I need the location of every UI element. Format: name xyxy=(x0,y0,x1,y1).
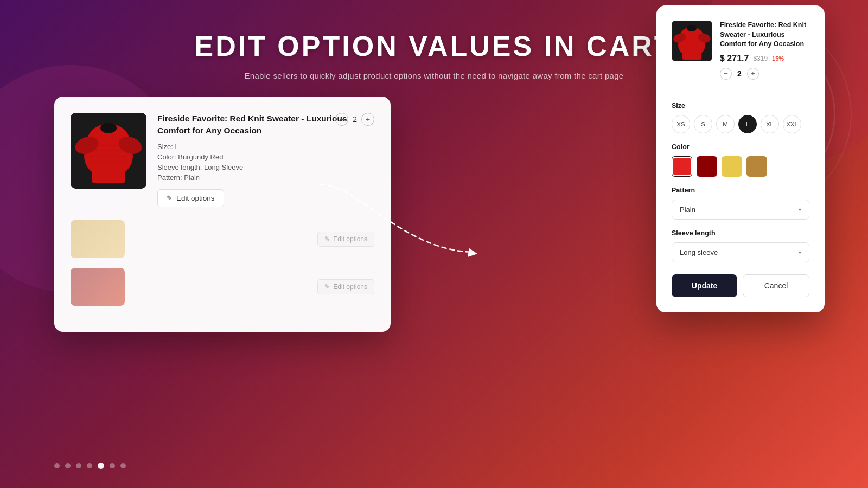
modal-qty-decrease-button[interactable]: − xyxy=(720,68,732,80)
pencil-icon: ✎ xyxy=(167,194,173,202)
pattern-chevron-icon: ▾ xyxy=(799,207,801,213)
edit-options-button[interactable]: ✎ Edit options xyxy=(157,189,224,207)
minus-icon: − xyxy=(340,115,344,124)
modal-sleeve-value: Long sleeve xyxy=(680,248,718,256)
item-option-size: Size: L xyxy=(157,143,374,151)
modal-sleeve-section: Sleeve length Long sleeve ▾ xyxy=(672,229,809,262)
modal-pattern-section: Pattern Plain ▾ xyxy=(672,187,809,220)
size-xs[interactable]: XS xyxy=(672,115,690,133)
item-options-list: Size: L Color: Burgundy Red Sleeve lengt… xyxy=(157,143,374,182)
modal-product-info: Fireside Favorite: Red Knit Sweater - Lu… xyxy=(720,21,809,80)
pagination xyxy=(54,463,126,469)
dot-6[interactable] xyxy=(110,463,115,468)
cart-item-details: Fireside Favorite: Red Knit Sweater - Lu… xyxy=(157,113,374,207)
size-s[interactable]: S xyxy=(694,115,712,133)
modal-price-discount: 15% xyxy=(772,55,784,62)
cart-item-ghost-1: ✎ Edit options xyxy=(71,220,374,258)
modal-color-section: Color xyxy=(672,143,809,177)
modal-qty-increase-button[interactable]: + xyxy=(747,68,759,80)
size-options: XS S M L XL XXL xyxy=(672,115,809,133)
svg-rect-5 xyxy=(92,167,125,183)
qty-decrease-button[interactable]: − xyxy=(335,113,348,126)
cart-item: Fireside Favorite: Red Knit Sweater - Lu… xyxy=(71,113,374,207)
svg-point-18 xyxy=(687,25,697,31)
cart-item-image xyxy=(71,113,146,189)
color-options xyxy=(672,156,809,177)
modal-price-original: $319 xyxy=(753,55,768,62)
cart-item-ghost-2: ✎ Edit options xyxy=(71,268,374,306)
modal-price-row: $ 271.7 $319 15% xyxy=(720,54,809,63)
cart-panel: − 2 + xyxy=(54,97,391,332)
size-l[interactable]: L xyxy=(738,115,757,133)
ghost-item-image-1 xyxy=(71,220,125,258)
cart-qty-controls: − 2 + xyxy=(335,113,374,126)
modal-qty-row: − 2 + xyxy=(720,68,809,80)
modal-sleeve-label: Sleeve length xyxy=(672,229,809,237)
size-xl[interactable]: XL xyxy=(761,115,779,133)
modal-size-label: Size xyxy=(672,102,809,110)
item-option-sleeve: Sleeve length: Long Sleeve xyxy=(157,163,374,171)
modal-price-current: $ 271.7 xyxy=(720,54,749,63)
color-swatch-dark-red[interactable] xyxy=(697,156,717,177)
cancel-button[interactable]: Cancel xyxy=(743,274,809,297)
modal-minus-icon: − xyxy=(724,69,728,78)
modal-actions: Update Cancel xyxy=(672,274,809,297)
dot-3[interactable] xyxy=(76,463,81,468)
color-swatch-red[interactable] xyxy=(672,156,692,177)
modal-product-name: Fireside Favorite: Red Knit Sweater - Lu… xyxy=(720,21,809,49)
size-xxl[interactable]: XXL xyxy=(783,115,801,133)
qty-increase-button[interactable]: + xyxy=(361,113,374,126)
dot-1[interactable] xyxy=(54,463,60,468)
cart-qty-value: 2 xyxy=(353,115,357,124)
modal-size-section: Size XS S M L XL XXL xyxy=(672,102,809,133)
edit-options-label: Edit options xyxy=(176,194,215,202)
modal-qty-value: 2 xyxy=(737,69,742,78)
pencil-icon-ghost-2: ✎ xyxy=(324,283,330,291)
sleeve-chevron-icon: ▾ xyxy=(799,249,801,255)
dot-2[interactable] xyxy=(65,463,71,468)
ghost-edit-button-2[interactable]: ✎ Edit options xyxy=(317,279,374,294)
modal-product-image xyxy=(672,21,712,61)
update-button[interactable]: Update xyxy=(672,274,737,297)
size-m[interactable]: M xyxy=(716,115,735,133)
modal-product-header: Fireside Favorite: Red Knit Sweater - Lu… xyxy=(672,21,809,91)
color-swatch-tan[interactable] xyxy=(746,156,767,177)
ghost-edit-label-1: Edit options xyxy=(333,235,367,243)
item-option-color: Color: Burgundy Red xyxy=(157,153,374,161)
modal-pattern-label: Pattern xyxy=(672,187,809,194)
dot-5[interactable] xyxy=(98,463,104,469)
color-swatch-yellow[interactable] xyxy=(722,156,742,177)
modal-color-label: Color xyxy=(672,143,809,151)
modal-pattern-select[interactable]: Plain ▾ xyxy=(672,200,809,220)
edit-modal: Fireside Favorite: Red Knit Sweater - Lu… xyxy=(656,5,825,312)
modal-pattern-value: Plain xyxy=(680,206,695,214)
plus-icon: + xyxy=(366,115,370,124)
dot-4[interactable] xyxy=(87,463,92,468)
modal-sleeve-select[interactable]: Long sleeve ▾ xyxy=(672,242,809,262)
svg-point-6 xyxy=(100,123,117,133)
pencil-icon-ghost-1: ✎ xyxy=(324,235,330,243)
ghost-edit-button-1[interactable]: ✎ Edit options xyxy=(317,232,374,247)
ghost-edit-label-2: Edit options xyxy=(333,283,367,291)
modal-plus-icon: + xyxy=(751,69,755,78)
dot-7[interactable] xyxy=(120,463,126,468)
ghost-item-image-2 xyxy=(71,268,125,306)
svg-rect-17 xyxy=(682,51,701,60)
item-option-pattern: Pattern: Plain xyxy=(157,174,374,182)
